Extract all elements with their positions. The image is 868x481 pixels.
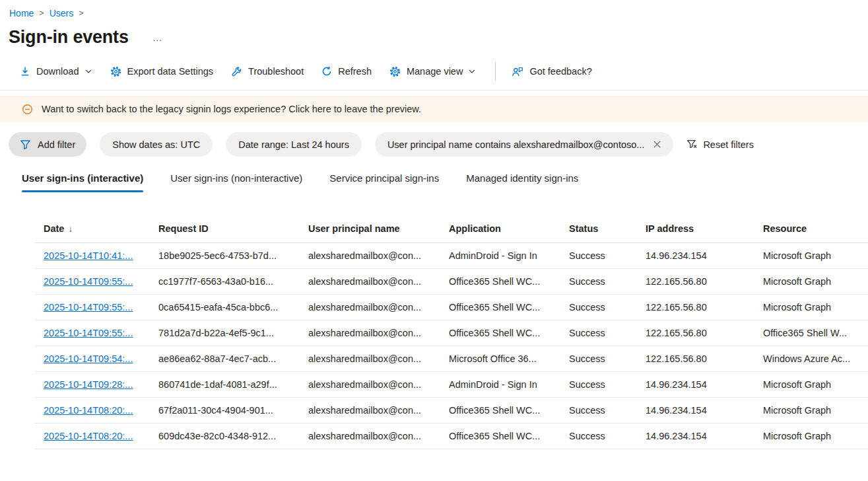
download-button[interactable]: Download — [20, 66, 92, 77]
column-header-label: User principal name — [308, 223, 400, 234]
cell-ip: 122.165.56.80 — [637, 346, 754, 372]
cell-upn: alexsharedmailbox@con... — [300, 269, 440, 295]
cell-ip: 122.165.56.80 — [637, 269, 754, 295]
date-link[interactable]: 2025-10-14T09:55:... — [44, 328, 133, 338]
table-row[interactable]: 2025-10-14T09:55:...0ca65415-eafa-45ca-b… — [35, 295, 868, 320]
date-link[interactable]: 2025-10-14T08:20:... — [44, 431, 133, 441]
more-options-ellipsis[interactable]: … — [152, 32, 164, 43]
feedback-icon — [512, 66, 523, 77]
cell-ip: 122.165.56.80 — [637, 295, 754, 320]
cell-request-id: ae86ea62-88a7-4ec7-acb... — [150, 346, 300, 372]
column-header-request-id[interactable]: Request ID — [150, 217, 300, 243]
table-row[interactable]: 2025-10-14T09:28:...860741de-1daf-4081-a… — [35, 372, 868, 398]
filter-pill-upn[interactable]: User principal name contains alexsharedm… — [375, 132, 674, 157]
column-header-ip[interactable]: IP address — [637, 217, 754, 243]
date-link[interactable]: 2025-10-14T08:20:... — [44, 405, 133, 416]
cell-application: Microsoft Office 36... — [440, 346, 560, 372]
table-row[interactable]: 2025-10-14T09:55:...cc1977f7-6563-43a0-b… — [35, 269, 868, 295]
signin-events-table: Date↓ Request ID User principal name App… — [35, 217, 868, 449]
table-row[interactable]: 2025-10-14T10:41:...18be9025-5ec6-4753-b… — [35, 243, 868, 269]
table-header-row: Date↓ Request ID User principal name App… — [35, 217, 868, 243]
manage-view-button[interactable]: Manage view — [389, 66, 476, 77]
cell-date: 2025-10-14T08:20:... — [35, 398, 150, 424]
column-header-label: Resource — [763, 223, 807, 234]
toolbar-item-label: Refresh — [338, 66, 372, 77]
cell-application: Office365 Shell WC... — [440, 424, 560, 449]
tab-label: Service principal sign-ins — [329, 172, 439, 184]
add-filter-button[interactable]: Add filter — [9, 132, 86, 157]
cell-ip: 14.96.234.154 — [637, 398, 754, 424]
filter-pill-label: Date range: Last 24 hours — [238, 139, 349, 150]
breadcrumb-users[interactable]: Users — [50, 8, 74, 18]
cell-date: 2025-10-14T09:55:... — [35, 320, 150, 346]
table-row[interactable]: 2025-10-14T08:20:...609dc43e-82c0-4348-9… — [35, 424, 868, 449]
column-header-label: Application — [449, 223, 501, 234]
table-row[interactable]: 2025-10-14T08:20:...67f2a011-30c4-4904-9… — [35, 398, 868, 424]
cell-status: Success — [560, 346, 637, 372]
breadcrumb-home[interactable]: Home — [9, 8, 34, 18]
gear-icon — [389, 66, 401, 77]
toolbar-item-label: Troubleshoot — [248, 66, 304, 77]
date-link[interactable]: 2025-10-14T09:28:... — [44, 379, 133, 390]
filter-pill-date-range[interactable]: Date range: Last 24 hours — [226, 132, 362, 157]
date-link[interactable]: 2025-10-14T10:41:... — [44, 250, 133, 261]
column-header-resource[interactable]: Resource — [754, 217, 868, 243]
cell-resource: Microsoft Graph — [754, 424, 868, 449]
cell-upn: alexsharedmailbox@con... — [300, 424, 440, 449]
cell-date: 2025-10-14T09:54:... — [35, 346, 150, 372]
close-icon[interactable] — [653, 141, 661, 148]
tab-user-signins-interactive[interactable]: User sign-ins (interactive) — [22, 172, 143, 192]
export-data-settings-button[interactable]: Export data Settings — [110, 66, 214, 77]
cell-application: Office365 Shell WC... — [440, 269, 560, 295]
filter-pill-label: User principal name contains alexsharedm… — [387, 139, 645, 150]
cell-application: Office365 Shell WC... — [440, 398, 560, 424]
breadcrumb: Home > Users > — [0, 0, 868, 18]
tab-label: Managed identity sign-ins — [466, 172, 578, 184]
toolbar-item-label: Got feedback? — [529, 66, 591, 77]
cell-ip: 122.165.56.80 — [637, 320, 754, 346]
refresh-button[interactable]: Refresh — [321, 66, 372, 77]
date-link[interactable]: 2025-10-14T09:55:... — [44, 302, 133, 313]
cell-status: Success — [560, 424, 637, 449]
troubleshoot-button[interactable]: Troubleshoot — [231, 66, 304, 77]
page-title-row: Sign-in events … — [0, 27, 868, 48]
tab-label: User sign-ins (interactive) — [22, 172, 143, 184]
column-header-date[interactable]: Date↓ — [35, 217, 150, 243]
tab-user-signins-noninteractive[interactable]: User sign-ins (non-interactive) — [170, 172, 302, 192]
cell-upn: alexsharedmailbox@con... — [300, 398, 440, 424]
funnel-icon — [20, 139, 31, 150]
banner-text: Want to switch back to the legacy signin… — [42, 104, 421, 114]
cell-status: Success — [560, 295, 637, 320]
cell-application: Office365 Shell WC... — [440, 320, 560, 346]
column-header-label: IP address — [646, 223, 694, 234]
filter-bar: Add filter Show dates as: UTC Date range… — [9, 132, 868, 157]
cell-resource: Microsoft Graph — [754, 295, 868, 320]
download-icon — [20, 66, 30, 77]
date-link[interactable]: 2025-10-14T09:54:... — [44, 353, 133, 364]
date-link[interactable]: 2025-10-14T09:55:... — [44, 276, 133, 287]
chevron-down-icon — [468, 67, 476, 75]
column-header-status[interactable]: Status — [560, 217, 637, 243]
cell-ip: 14.96.234.154 — [637, 243, 754, 269]
funnel-x-icon — [686, 139, 698, 150]
column-header-upn[interactable]: User principal name — [300, 217, 440, 243]
legacy-preview-banner[interactable]: Want to switch back to the legacy signin… — [0, 96, 868, 122]
cell-request-id: 18be9025-5ec6-4753-b7d... — [150, 243, 300, 269]
reset-filters-button[interactable]: Reset filters — [686, 139, 754, 150]
cell-ip: 14.96.234.154 — [637, 372, 754, 398]
filter-pill-show-dates[interactable]: Show dates as: UTC — [100, 132, 213, 157]
table-row[interactable]: 2025-10-14T09:55:...781d2a7d-b22a-4ef5-9… — [35, 320, 868, 346]
cell-resource: Microsoft Graph — [754, 398, 868, 424]
cell-upn: alexsharedmailbox@con... — [300, 372, 440, 398]
tab-managed-identity-signins[interactable]: Managed identity sign-ins — [466, 172, 578, 192]
tab-service-principal-signins[interactable]: Service principal sign-ins — [329, 172, 439, 192]
cell-status: Success — [560, 243, 637, 269]
cell-request-id: 609dc43e-82c0-4348-912... — [150, 424, 300, 449]
cell-upn: alexsharedmailbox@con... — [300, 320, 440, 346]
column-header-application[interactable]: Application — [440, 217, 560, 243]
got-feedback-button[interactable]: Got feedback? — [512, 66, 591, 77]
cell-date: 2025-10-14T09:55:... — [35, 269, 150, 295]
table-row[interactable]: 2025-10-14T09:54:...ae86ea62-88a7-4ec7-a… — [35, 346, 868, 372]
cell-status: Success — [560, 398, 637, 424]
cell-application: AdminDroid - Sign In — [440, 372, 560, 398]
